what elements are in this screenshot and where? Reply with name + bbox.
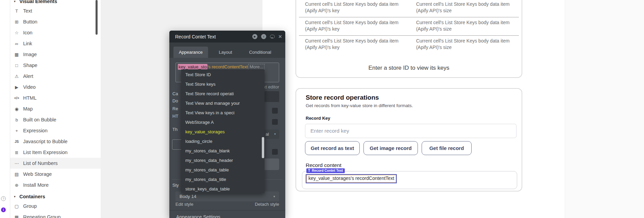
sidebar-item-html[interactable]: </>HTML	[10, 93, 101, 103]
dropdown-item-text-store-record-operati[interactable]: Text Store record operati	[181, 89, 265, 99]
dropdown-scrollbar[interactable]	[262, 137, 264, 158]
expression-more-link[interactable]: More...	[248, 64, 265, 70]
sidebar-item-label: Image	[23, 52, 37, 57]
dropdown-item-store-keys-data-table[interactable]: store_keys_data_table	[181, 184, 265, 194]
text-icon: T	[13, 9, 20, 14]
sidebar-item-built-on-bubble[interactable]: bBuilt on Bubble	[10, 114, 101, 125]
sidebar-section-header[interactable]: ▾Containers	[10, 192, 101, 201]
sidebar-item-label: Button	[23, 19, 37, 24]
sidebar-item-video[interactable]: ▶Video	[10, 82, 101, 93]
sidebar-item-expression[interactable]: +Expression	[10, 125, 101, 136]
dropdown-item-loading-circle[interactable]: loading_circle	[181, 137, 265, 146]
sidebar-item-group[interactable]: ▢Group	[10, 201, 101, 212]
sidebar-item-list-of-numbers[interactable]: ⋯List of Numbers	[10, 158, 101, 169]
sidebar-item-map[interactable]: ◉Map	[10, 103, 101, 114]
sidebar-section-header[interactable]: ▾Visual Elements	[10, 0, 101, 5]
get-record-as-text-button[interactable]: Get record as text	[305, 141, 360, 155]
dropdown-item-text-store-id[interactable]: Text Store ID	[181, 70, 265, 80]
store-keys-card[interactable]: Current cell's List Store Keys body data…	[295, 0, 522, 78]
dropdown-item-my-stores-data-header[interactable]: my_stores_data_header	[181, 156, 265, 165]
dropdown-item-key-value-storages[interactable]: key_value_storages	[181, 127, 265, 137]
expression-pill-selected[interactable]: key_value_sto	[178, 64, 207, 70]
text-editor-link-fragment[interactable]: xt editor	[264, 84, 279, 89]
triangle-down-icon: ▾	[14, 0, 19, 3]
tab-appearance[interactable]: Appearance	[173, 47, 208, 58]
sidebar-item-button[interactable]: ⊞Button	[10, 16, 101, 27]
dropdown-item-text-view-keys-in-a-speci[interactable]: Text View keys in a speci	[181, 108, 265, 118]
dropdown-item-my-stores-data-title[interactable]: my_stores_data_title	[181, 175, 265, 184]
sidebar-item-label: Expression	[23, 128, 48, 133]
sidebar-item-web-storage[interactable]: ▤Web Storage	[10, 169, 101, 180]
sidebar-item-label: Link	[23, 41, 32, 46]
property-inspector-panel[interactable]: Record Contet Text ▶ i × AppearanceLayou…	[169, 31, 285, 218]
star-icon: ☆	[13, 30, 20, 35]
checkbox-2[interactable]	[272, 119, 278, 125]
get-image-record-button[interactable]: Get image record	[363, 141, 418, 155]
sidebar-item-alert[interactable]: ⚠Alert	[10, 71, 101, 82]
list-item-icon: ≣	[13, 150, 20, 155]
detach-style-link[interactable]: Detach style	[255, 202, 279, 207]
checkbox-3[interactable]	[272, 149, 278, 155]
tab-conditional[interactable]: Conditional	[243, 47, 277, 58]
record-key-label: Record Key	[306, 116, 330, 121]
sidebar-item-label: Map	[23, 106, 33, 112]
triangle-down-icon: ▾	[14, 195, 19, 198]
sidebar-item-list-item-expression[interactable]: ≣List Item Expression	[10, 147, 101, 158]
size-cell: Current cell's List Store Keys body data…	[416, 19, 513, 35]
link-icon: ∞	[13, 41, 20, 46]
tab-layout[interactable]: Layout	[208, 47, 243, 58]
intercom-icon[interactable]: i	[1, 207, 6, 212]
selected-element-badge-label: Record Contet Text	[312, 168, 343, 173]
close-icon[interactable]: ×	[278, 34, 282, 39]
sidebar-item-javascript-to-bubble[interactable]: JSJavascript to Bubble	[10, 136, 101, 147]
sidebar-item-label: Text	[23, 8, 32, 14]
sidebar-item-install-more[interactable]: ⊕Install More	[10, 180, 101, 190]
card-subtitle: Get records from key-value store in diff…	[306, 103, 413, 108]
preview-icon[interactable]: ▶	[252, 34, 257, 39]
video-icon: ▶	[13, 85, 20, 90]
selected-text-element[interactable]: key_value_storages's recordContentText	[306, 175, 396, 183]
size-cell: Current cell's List Store Keys body data…	[416, 1, 513, 17]
keys-table-row: Current cell's List Store Keys body data…	[296, 36, 522, 54]
sidebar-scrollbar[interactable]	[96, 0, 98, 35]
sidebar-item-text[interactable]: TText	[10, 5, 101, 16]
sidebar-item-label: HTML	[23, 95, 36, 101]
sidebar-item-image[interactable]: ▦Image	[10, 49, 101, 60]
field-label-fragment-ht: HT	[172, 114, 178, 119]
checkbox-1[interactable]	[272, 108, 278, 114]
repeating-group-icon: ▦	[13, 215, 20, 218]
group-icon: ▢	[13, 204, 20, 209]
sidebar-item-repeating-group[interactable]: ▦Repeating Group	[10, 212, 101, 218]
help-icon[interactable]: ?	[1, 196, 6, 201]
store-record-operations-card[interactable]: Store record operations Get records from…	[295, 88, 522, 191]
dropdown-item-webstorage-a[interactable]: WebStorage A	[181, 118, 265, 127]
dropdown-item-text-store-keys[interactable]: Text Store keys	[181, 80, 265, 89]
sidebar-item-label: Javascript to Bubble	[23, 139, 68, 144]
get-file-record-button[interactable]: Get file record	[422, 141, 472, 155]
comment-icon[interactable]	[270, 35, 275, 38]
panel-header[interactable]: Record Contet Text ▶ i ×	[169, 31, 285, 43]
selected-element-badge: T Record Contet Text	[306, 168, 345, 173]
js-icon: JS	[13, 140, 20, 144]
card-title: Store record operations	[306, 94, 379, 101]
field-label-fragment-do: Do	[172, 98, 178, 103]
sidebar-item-link[interactable]: ∞Link	[10, 38, 101, 49]
chevron-down-icon: ▾	[273, 191, 275, 201]
sidebar-item-label: Group	[23, 203, 37, 209]
storage-icon: ▤	[13, 172, 20, 177]
dropdown-item-my-stores-data-table[interactable]: my_stores_data_table	[181, 165, 265, 175]
panel-title: Record Contet Text	[175, 34, 252, 39]
dropdown-item-my-stores-data-blank[interactable]: my_stores_data_blank	[181, 146, 265, 156]
key-cell: Current cell's List Store Keys body data…	[305, 38, 408, 54]
sidebar-item-label: Web Storage	[23, 171, 52, 177]
sidebar-item-label: Install More	[23, 182, 49, 188]
sidebar-item-shape[interactable]: □Shape	[10, 60, 101, 71]
sidebar-item-label: Icon	[23, 30, 32, 35]
edit-style-link[interactable]: Edit style	[175, 202, 193, 207]
sidebar-item-icon[interactable]: ☆Icon	[10, 27, 101, 38]
record-key-input[interactable]	[305, 124, 516, 138]
expression-suffix[interactable]: 's recordContentText	[207, 64, 248, 69]
panel-tabbar: AppearanceLayoutConditional	[169, 43, 285, 58]
dropdown-item-text-view-and-manage-your[interactable]: Text View and manage your	[181, 99, 265, 108]
info-icon[interactable]: i	[261, 34, 266, 39]
